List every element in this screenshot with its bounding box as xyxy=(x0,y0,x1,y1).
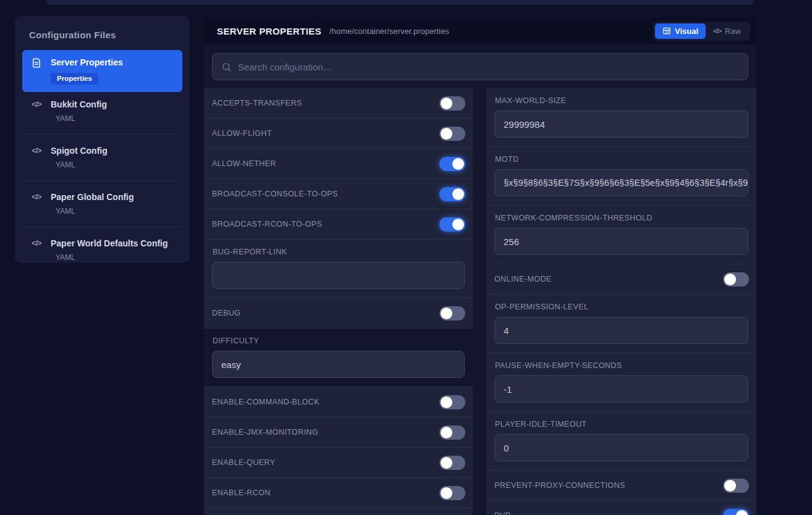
prevent-proxy-connections-toggle[interactable] xyxy=(723,479,749,493)
allow-nether-toggle[interactable] xyxy=(439,157,465,171)
view-mode-switch: Visual </> Raw xyxy=(653,22,750,41)
toggle-knob xyxy=(441,427,452,438)
setting-row-enable-command-block: ENABLE-COMMAND-BLOCK xyxy=(204,387,473,417)
cut-off-top-card xyxy=(46,0,754,5)
toggle-knob xyxy=(441,457,452,469)
divider xyxy=(23,180,181,181)
sidebar-title: Configuration Files xyxy=(29,30,182,40)
setting-label: ALLOW-FLIGHT xyxy=(212,129,272,138)
setting-label: ALLOW-NETHER xyxy=(212,159,276,168)
setting-label: BROADCAST-RCON-TO-OPS xyxy=(212,220,322,228)
raw-view-button[interactable]: </> Raw xyxy=(706,23,748,39)
setting-label: ENABLE-QUERY xyxy=(212,458,276,467)
toggle-knob xyxy=(724,274,736,285)
setting-row-online-mode: ONLINE-MODE xyxy=(486,264,756,295)
sidebar-item-spigot-config[interactable]: </> Spigot Config YAML xyxy=(22,138,182,177)
sidebar-item-type: YAML xyxy=(56,253,168,262)
divider xyxy=(23,227,181,227)
search-box xyxy=(212,53,748,80)
search-input[interactable] xyxy=(213,54,748,80)
enable-jmx-monitoring-toggle[interactable] xyxy=(439,425,465,440)
settings-column-right: MAX-WORLD-SIZE MOTD NETWORK-COMPRESSION-… xyxy=(486,88,756,515)
configuration-files-sidebar: Configuration Files Server Properties Pr… xyxy=(15,16,190,263)
properties-badge: Properties xyxy=(51,73,98,85)
server-properties-panel: SERVER PROPERTIES /home/container/server… xyxy=(204,17,756,515)
broadcast-console-to-ops-toggle[interactable] xyxy=(439,187,465,201)
player-idle-timeout-input[interactable] xyxy=(494,434,748,461)
difficulty-input[interactable] xyxy=(212,351,465,378)
setting-row-broadcast-rcon-to-ops: BROADCAST-RCON-TO-OPS xyxy=(204,209,473,240)
op-permission-level-input[interactable] xyxy=(494,317,748,344)
panel-header: SERVER PROPERTIES /home/container/server… xyxy=(204,17,756,44)
setting-label: ONLINE-MODE xyxy=(494,275,552,283)
setting-row-motd: MOTD xyxy=(486,147,756,206)
search-area xyxy=(204,44,756,88)
setting-row-bug-report-link: BUG-REPORT-LINK xyxy=(204,240,473,298)
setting-row-player-idle-timeout: PLAYER-IDLE-TIMEOUT xyxy=(486,412,756,471)
setting-label: BUG-REPORT-LINK xyxy=(213,248,465,256)
settings-columns: ACCEPTS-TRANSFERS ALLOW-FLIGHT ALLOW-NET… xyxy=(204,88,756,515)
partially-visible-row xyxy=(204,508,473,515)
debug-toggle[interactable] xyxy=(439,306,465,320)
sidebar-item-label: Paper World Defaults Config xyxy=(51,238,168,249)
motd-input[interactable] xyxy=(494,169,748,196)
setting-label: MOTD xyxy=(495,155,748,164)
toggle-knob xyxy=(452,219,464,230)
setting-row-enable-query: ENABLE-QUERY xyxy=(204,448,473,478)
sidebar-item-bukkit-config[interactable]: </> Bukkit Config YAML xyxy=(22,92,182,130)
raw-label: Raw xyxy=(725,27,741,36)
setting-label: OP-PERMISSION-LEVEL xyxy=(495,303,748,311)
setting-row-allow-nether: ALLOW-NETHER xyxy=(204,149,473,179)
toggle-knob xyxy=(452,158,464,170)
setting-label: DIFFICULTY xyxy=(213,337,465,345)
sidebar-item-label: Bukkit Config xyxy=(51,99,107,110)
page-title: SERVER PROPERTIES xyxy=(217,26,321,36)
table-icon xyxy=(662,27,671,35)
setting-label: ACCEPTS-TRANSFERS xyxy=(212,99,302,107)
setting-row-allow-flight: ALLOW-FLIGHT xyxy=(204,119,473,149)
setting-row-difficulty: DIFFICULTY xyxy=(204,329,473,387)
divider xyxy=(23,134,181,135)
code-icon: </> xyxy=(30,191,43,201)
toggle-knob xyxy=(736,510,748,515)
setting-label: ENABLE-RCON xyxy=(212,488,271,497)
settings-column-left: ACCEPTS-TRANSFERS ALLOW-FLIGHT ALLOW-NET… xyxy=(204,88,473,515)
pause-when-empty-seconds-input[interactable] xyxy=(494,375,748,403)
setting-label: BROADCAST-CONSOLE-TO-OPS xyxy=(212,190,338,198)
sidebar-item-type: YAML xyxy=(56,114,107,123)
network-compression-threshold-input[interactable] xyxy=(494,228,748,255)
setting-row-enable-jmx-monitoring: ENABLE-JMX-MONITORING xyxy=(204,417,473,448)
broadcast-rcon-to-ops-toggle[interactable] xyxy=(439,217,465,232)
pvp-toggle[interactable] xyxy=(723,509,749,515)
toggle-knob xyxy=(441,98,452,109)
sidebar-item-server-properties[interactable]: Server Properties Properties xyxy=(22,50,182,92)
setting-row-pause-when-empty-seconds: PAUSE-WHEN-EMPTY-SECONDS xyxy=(486,353,756,412)
accepts-transfers-toggle[interactable] xyxy=(439,96,465,111)
toggle-knob xyxy=(441,308,452,319)
setting-row-pvp: PVP xyxy=(486,501,756,515)
setting-row-debug: DEBUG xyxy=(204,298,473,329)
code-icon: </> xyxy=(30,99,43,109)
sidebar-item-type: YAML xyxy=(56,161,108,169)
setting-label: PLAYER-IDLE-TIMEOUT xyxy=(495,420,748,429)
setting-row-broadcast-console-to-ops: BROADCAST-CONSOLE-TO-OPS xyxy=(204,179,473,209)
visual-label: Visual xyxy=(675,27,698,36)
sidebar-item-paper-global-config[interactable]: </> Paper Global Config YAML xyxy=(22,185,182,223)
setting-label: ENABLE-JMX-MONITORING xyxy=(212,428,318,437)
online-mode-toggle[interactable] xyxy=(723,272,749,287)
setting-row-network-compression-threshold: NETWORK-COMPRESSION-THRESHOLD xyxy=(486,206,756,264)
setting-label: NETWORK-COMPRESSION-THRESHOLD xyxy=(495,214,748,222)
toggle-knob xyxy=(441,487,452,499)
sidebar-item-paper-world-defaults-config[interactable]: </> Paper World Defaults Config YAML xyxy=(22,231,182,269)
visual-view-button[interactable]: Visual xyxy=(655,23,706,39)
sidebar-item-label: Paper Global Config xyxy=(51,191,134,203)
enable-command-block-toggle[interactable] xyxy=(439,395,465,409)
code-icon: </> xyxy=(30,145,43,155)
enable-query-toggle[interactable] xyxy=(439,456,465,470)
setting-row-prevent-proxy-connections: PREVENT-PROXY-CONNECTIONS xyxy=(486,471,756,501)
code-icon: </> xyxy=(713,27,721,35)
allow-flight-toggle[interactable] xyxy=(439,127,465,141)
bug-report-link-input[interactable] xyxy=(212,262,465,289)
max-world-size-input[interactable] xyxy=(494,111,748,138)
enable-rcon-toggle[interactable] xyxy=(439,486,465,500)
